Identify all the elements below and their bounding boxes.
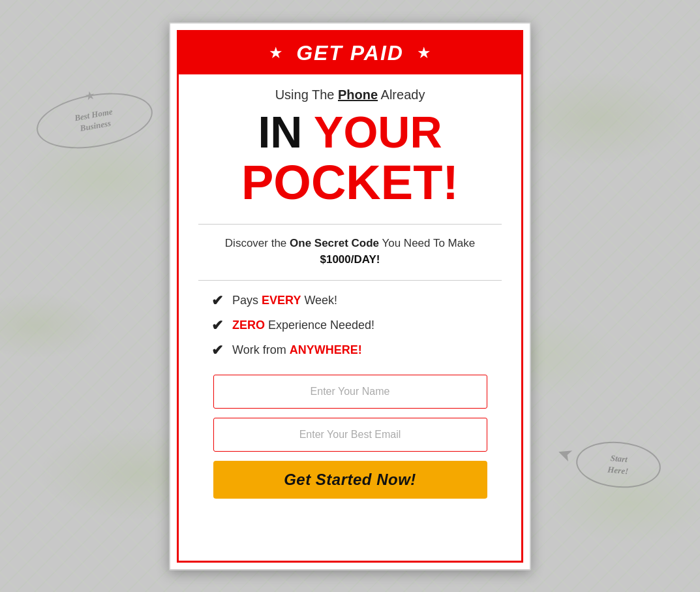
subtitle-suffix: Already	[378, 87, 425, 102]
header-title: GET PAID	[296, 41, 404, 65]
discover-amount: $1000/DAY!	[320, 253, 380, 266]
check-item-2: ✔ ZERO Experience Needed!	[211, 317, 502, 334]
headline-in: IN	[258, 107, 302, 157]
card-inner: ★ GET PAID ★ Using The Phone Already IN …	[177, 30, 523, 563]
discover-text: Discover the One Secret Code You Need To…	[198, 235, 502, 268]
discover-suffix: You Need To Make	[379, 237, 475, 249]
email-input[interactable]	[213, 418, 487, 452]
check-text-2: ZERO Experience Needed!	[232, 319, 374, 332]
divider-1	[198, 224, 502, 225]
name-input[interactable]	[213, 375, 487, 409]
discover-prefix: Discover the	[225, 237, 290, 249]
form-section: Get Started Now!	[198, 375, 502, 499]
card-header: ★ GET PAID ★	[179, 32, 521, 74]
subtitle-phone: Phone	[338, 87, 378, 102]
stamp-right-text: StartHere!	[607, 452, 630, 477]
check-item-1: ✔ Pays EVERY Week!	[211, 292, 502, 309]
check-item-3: ✔ Work from ANYWHERE!	[211, 342, 502, 359]
discover-bold: One Secret Code	[290, 237, 379, 249]
checkmark-2-icon: ✔	[211, 317, 223, 334]
headline-your: YOUR	[302, 107, 442, 157]
subtitle-prefix: Using The	[275, 87, 338, 102]
stamp-left-text: Best HomeBusiness	[74, 106, 115, 134]
divider-2	[198, 280, 502, 281]
headline-pocket: POCKET!	[241, 156, 459, 209]
cta-button[interactable]: Get Started Now!	[213, 461, 487, 499]
check-text-1: Pays EVERY Week!	[232, 294, 337, 307]
checklist: ✔ Pays EVERY Week! ✔ ZERO Experience Nee…	[198, 292, 502, 359]
star-right-icon: ★	[417, 44, 431, 62]
main-card: ★ GET PAID ★ Using The Phone Already IN …	[169, 22, 531, 570]
check-highlight-3: ANYWHERE!	[290, 343, 362, 356]
check-highlight-1: EVERY	[262, 294, 301, 307]
checkmark-3-icon: ✔	[211, 342, 223, 359]
subtitle-text: Using The Phone Already	[275, 87, 425, 102]
checkmark-1-icon: ✔	[211, 292, 223, 309]
check-text-3: Work from ANYWHERE!	[232, 343, 362, 357]
main-headline: IN YOUR POCKET!	[241, 108, 459, 210]
check-highlight-2: ZERO	[232, 319, 265, 332]
card-content: Using The Phone Already IN YOUR POCKET! …	[179, 74, 521, 561]
star-left-icon: ★	[269, 44, 283, 62]
